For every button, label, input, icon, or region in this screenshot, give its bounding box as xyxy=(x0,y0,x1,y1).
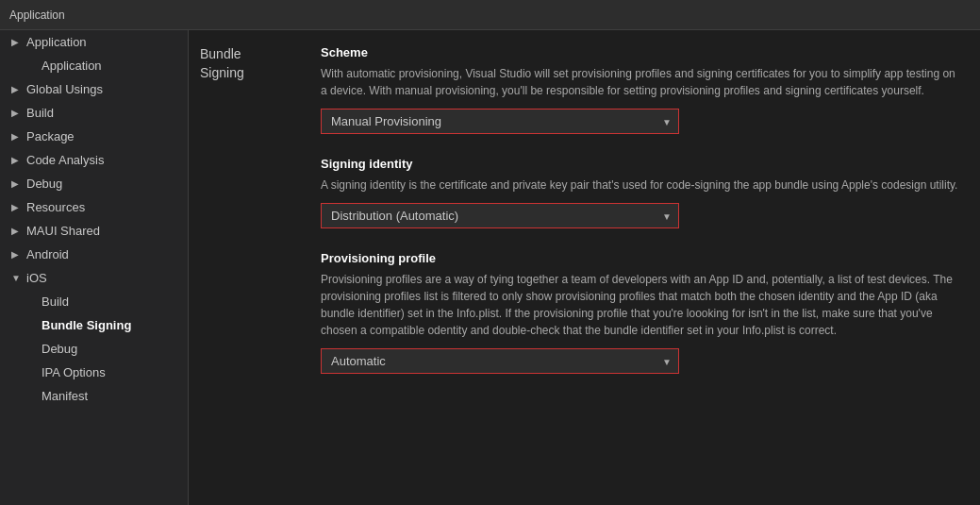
sidebar-label-code-analysis: Code Analysis xyxy=(26,153,104,167)
sidebar-label-build: Build xyxy=(26,106,54,120)
chevron-application1-icon xyxy=(11,37,23,47)
sidebar-label-ios-debug: Debug xyxy=(42,342,77,356)
chevron-android-icon xyxy=(11,249,23,260)
scheme-dropdown-wrapper: AutomaticManual Provisioning ▼ xyxy=(321,109,679,134)
sidebar-label-maui-shared: MAUI Shared xyxy=(26,224,100,238)
sidebar-item-build[interactable]: Build xyxy=(0,101,188,125)
sidebar-item-ios-debug[interactable]: Debug xyxy=(0,337,188,361)
sidebar-label-resources: Resources xyxy=(26,200,85,214)
chevron-resources-icon xyxy=(11,202,23,212)
sidebar-item-debug[interactable]: Debug xyxy=(0,172,188,195)
chevron-maui-shared-icon xyxy=(11,226,23,236)
sidebar-label-ios: iOS xyxy=(26,271,47,285)
sidebar-label-ios-build: Build xyxy=(42,295,69,309)
sidebar-label-application2: Application xyxy=(42,59,102,73)
signing-identity-desc: A signing identity is the certificate an… xyxy=(321,177,961,194)
sidebar-item-ios-manifest[interactable]: Manifest xyxy=(0,384,188,408)
sidebar-item-ios[interactable]: iOS xyxy=(0,266,188,290)
provisioning-profile-section: Provisioning profile Provisioning profil… xyxy=(321,251,961,374)
signing-identity-title: Signing identity xyxy=(321,157,961,171)
sidebar-label-ios-manifest: Manifest xyxy=(42,389,88,403)
provisioning-profile-dropdown[interactable]: AutomaticNone xyxy=(321,348,679,374)
sidebar-item-maui-shared[interactable]: MAUI Shared xyxy=(0,219,188,243)
sidebar-item-application2[interactable]: Application xyxy=(0,54,188,77)
signing-identity-dropdown-wrapper: Distribution (Automatic)iPhone Developer… xyxy=(321,203,679,228)
scheme-desc: With automatic provisioning, Visual Stud… xyxy=(321,65,961,99)
signing-identity-dropdown[interactable]: Distribution (Automatic)iPhone Developer… xyxy=(321,203,679,228)
sidebar-item-ios-bundle-signing[interactable]: Bundle Signing xyxy=(0,313,188,337)
chevron-package-icon xyxy=(11,131,23,142)
chevron-build-icon xyxy=(11,108,23,118)
sidebar-item-package[interactable]: Package xyxy=(0,125,188,148)
sidebar-label-android: Android xyxy=(26,247,69,261)
signing-identity-section: Signing identity A signing identity is t… xyxy=(321,157,961,228)
provisioning-profile-dropdown-wrapper: AutomaticNone ▼ xyxy=(321,348,679,374)
chevron-global-usings-icon xyxy=(11,84,23,94)
sidebar-item-resources[interactable]: Resources xyxy=(0,195,188,219)
sidebar-item-global-usings[interactable]: Global Usings xyxy=(0,77,188,101)
sidebar-item-android[interactable]: Android xyxy=(0,243,188,266)
section-label: BundleSigning xyxy=(189,30,302,505)
sidebar-item-ios-build[interactable]: Build xyxy=(0,290,188,313)
chevron-ios-icon xyxy=(11,273,23,283)
chevron-debug-icon xyxy=(11,178,23,189)
sidebar-label-ios-ipa-options: IPA Options xyxy=(42,365,106,379)
sidebar: ApplicationApplicationGlobal UsingsBuild… xyxy=(0,30,189,505)
sidebar-label-global-usings: Global Usings xyxy=(26,82,103,96)
main-content: Scheme With automatic provisioning, Visu… xyxy=(302,30,980,505)
content-wrapper: BundleSigning Scheme With automatic prov… xyxy=(189,30,980,505)
sidebar-label-debug: Debug xyxy=(26,177,62,191)
sidebar-item-ios-ipa-options[interactable]: IPA Options xyxy=(0,361,188,384)
scheme-dropdown[interactable]: AutomaticManual Provisioning xyxy=(321,109,679,134)
sidebar-label-ios-bundle-signing: Bundle Signing xyxy=(42,318,131,332)
top-bar: Application xyxy=(0,0,980,30)
section-label-text: BundleSigning xyxy=(200,45,291,82)
main-layout: ApplicationApplicationGlobal UsingsBuild… xyxy=(0,30,980,505)
sidebar-item-application1[interactable]: Application xyxy=(0,30,188,54)
sidebar-label-application1: Application xyxy=(26,35,87,49)
provisioning-profile-title: Provisioning profile xyxy=(321,251,961,265)
top-bar-title: Application xyxy=(9,8,65,22)
sidebar-label-package: Package xyxy=(26,129,75,143)
sidebar-item-code-analysis[interactable]: Code Analysis xyxy=(0,148,188,172)
scheme-title: Scheme xyxy=(321,45,961,59)
scheme-section: Scheme With automatic provisioning, Visu… xyxy=(321,45,961,134)
provisioning-profile-desc: Provisioning profiles are a way of tying… xyxy=(321,271,961,339)
chevron-code-analysis-icon xyxy=(11,155,23,165)
